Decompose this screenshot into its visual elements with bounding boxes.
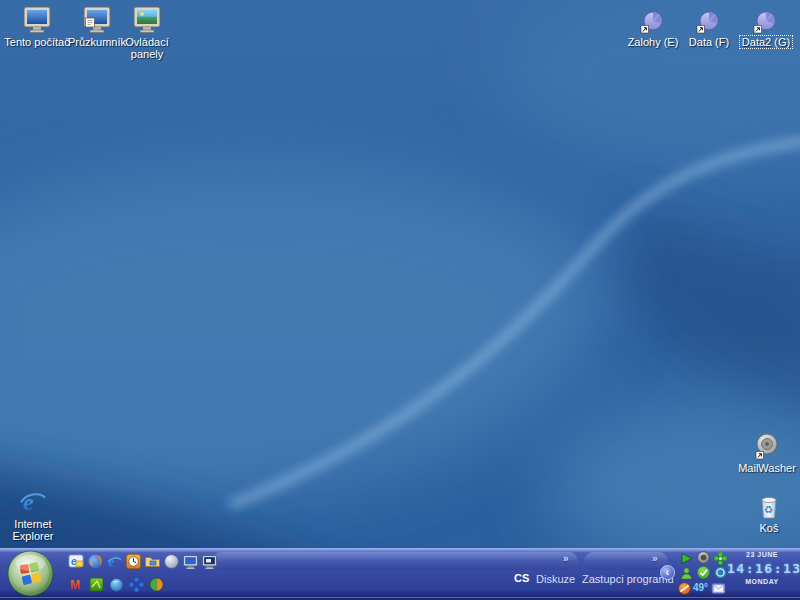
toolbar-diskuze-band — [212, 552, 578, 570]
computer-monitor-icon — [22, 4, 52, 34]
explorer-monitor-icon — [82, 4, 112, 34]
desktop-wallpaper — [0, 0, 800, 600]
show-desktop-icon[interactable] — [201, 553, 218, 570]
control-panel-monitor-icon — [132, 4, 162, 34]
mail-envelope-icon[interactable] — [711, 581, 726, 596]
taskbar-bottom-line — [0, 597, 800, 598]
desktop-icon-label: Koš — [758, 522, 781, 534]
clock-app-icon[interactable] — [125, 553, 142, 570]
clock-date: 23 JUNE — [727, 551, 797, 558]
taskbar-clock[interactable]: 23 JUNE 14:16:13 MONDAY — [727, 551, 797, 597]
recycle-bin-icon: ♻ — [758, 490, 780, 520]
desktop-icon-label: Tento počítač — [2, 36, 71, 48]
recycle-symbol-glyph: ♻ — [764, 504, 773, 515]
disk-pie-shortcut-icon — [753, 4, 779, 34]
taskbar: e e — [0, 548, 800, 600]
comet-icon[interactable] — [677, 581, 692, 596]
desktop-icon-internet-explorer[interactable]: e Internet Explorer — [4, 486, 62, 542]
desktop-icon-tento-pocitac[interactable]: Tento počítač — [2, 4, 72, 48]
svg-text:M: M — [70, 578, 80, 592]
desktop-icon-mailwasher[interactable]: MailWasher — [735, 430, 799, 474]
internet-explorer-icon: e — [19, 486, 47, 516]
desktop-icon-label: Data2 (G) — [740, 36, 792, 48]
ie-letter-glyph: e — [23, 489, 34, 515]
green-app-icon[interactable] — [88, 576, 105, 593]
toolbar-overflow-chevron-diskuze[interactable]: » — [563, 553, 569, 564]
desktop-icon-label: MailWasher — [736, 462, 798, 474]
desktop-icon-recycle-bin[interactable]: ♻ Koš — [742, 490, 796, 534]
desktop-icon-zalohy-e[interactable]: Zalohy (E) — [622, 4, 684, 48]
flame-app-icon[interactable]: M — [68, 576, 85, 593]
clock-day: MONDAY — [727, 578, 797, 585]
desktop-icon-label: Ovládací panely — [116, 36, 178, 60]
internet-explorer-quicklaunch-icon[interactable]: e — [106, 553, 123, 570]
start-button[interactable] — [7, 550, 54, 597]
media-folder-icon[interactable] — [144, 553, 161, 570]
teal-ring-icon[interactable] — [713, 565, 728, 580]
sphere-app-icon[interactable] — [163, 553, 180, 570]
messenger-person-icon[interactable] — [679, 566, 694, 581]
multicolor-app-icon[interactable] — [148, 576, 165, 593]
mailwasher-shortcut-icon — [755, 430, 779, 460]
gem-app-icon[interactable] — [108, 576, 125, 593]
antivirus-check-icon[interactable] — [696, 565, 711, 580]
desktop-icon-ovladaci-panely[interactable]: Ovládací panely — [116, 4, 178, 60]
disk-pie-shortcut-icon — [640, 4, 666, 34]
desktop-icon-label: Internet Explorer — [4, 518, 62, 542]
desktop-icon-data2-g[interactable]: Data2 (G) — [736, 4, 796, 48]
language-indicator[interactable]: CS — [514, 572, 529, 584]
svg-text:e: e — [109, 554, 115, 569]
tray-collapse-button[interactable]: ‹ — [660, 565, 675, 580]
toolbar-overflow-chevron-zastupci[interactable]: » — [652, 553, 658, 564]
green-flower-icon[interactable] — [713, 551, 728, 566]
blue-flower-app-icon[interactable] — [128, 576, 145, 593]
volume-knob-icon[interactable] — [696, 550, 711, 565]
desktop: Tento počítač Průzkumník Ovláda — [0, 0, 800, 600]
display-monitor-icon[interactable] — [182, 553, 199, 570]
temperature-reading[interactable]: 49° — [693, 582, 708, 593]
play-icon[interactable] — [679, 551, 694, 566]
desktop-icon-label: Zalohy (E) — [626, 36, 681, 48]
outlook-express-icon[interactable]: e — [68, 553, 85, 570]
desktop-icon-data-f[interactable]: Data (F) — [680, 4, 738, 48]
clock-time: 14:16:13 — [727, 561, 797, 576]
disk-pie-shortcut-icon — [696, 4, 722, 34]
desktop-icon-label: Data (F) — [687, 36, 731, 48]
toolbar-title-diskuze[interactable]: Diskuze — [536, 573, 575, 585]
firefox-icon[interactable] — [87, 553, 104, 570]
